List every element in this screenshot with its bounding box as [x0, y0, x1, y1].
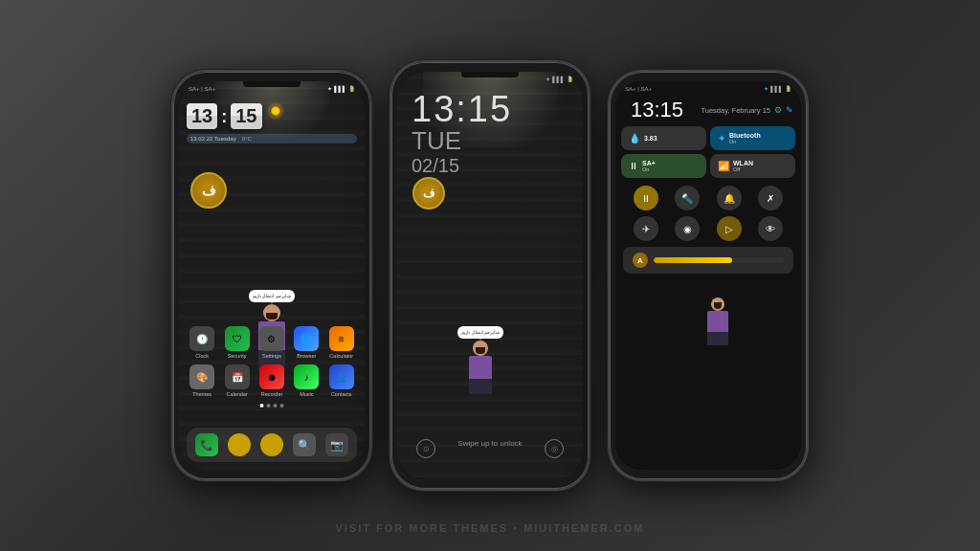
- app-calendar[interactable]: 📅 Calendar: [225, 364, 250, 397]
- cc-tile-wlan[interactable]: 📶 WLAN Off: [710, 154, 795, 178]
- cc-quick-music[interactable]: ⏸: [634, 186, 658, 210]
- lock-status-icons: ✦ ▌▌▌ 🔋: [546, 76, 573, 82]
- cc-quick-bell[interactable]: 🔔: [717, 186, 742, 210]
- dock-search[interactable]: 🔍: [293, 433, 316, 456]
- app-clock-label: Clock: [195, 353, 209, 359]
- settings-small-icon[interactable]: ⚙: [774, 105, 782, 115]
- app-browser-icon[interactable]: 🌐: [294, 326, 319, 351]
- bluetooth-icon: ✦: [327, 85, 332, 92]
- dot-1: [260, 404, 264, 408]
- battery-icon: 🔋: [348, 85, 355, 92]
- app-contacts[interactable]: 👤 Contacts: [329, 364, 354, 397]
- cc-mode-brightness[interactable]: ◉: [675, 216, 700, 241]
- home-bg: SA+ | SA+ ✦ ▌▌▌ 🔋 13 : 15: [179, 81, 365, 470]
- lock-day: TUE: [412, 127, 512, 155]
- app-recorder-icon[interactable]: ⏺: [259, 364, 284, 389]
- swipe-text: Swipe up to unlock: [457, 439, 522, 448]
- lock-monthday: 02/15: [412, 155, 512, 176]
- cc-quick-flash[interactable]: 🔦: [675, 186, 700, 210]
- lock-home-btn[interactable]: ⊙: [416, 439, 435, 458]
- eye-icon: 👁: [766, 224, 775, 234]
- app-contacts-icon[interactable]: 👤: [329, 364, 354, 389]
- location-icon: ▷: [725, 224, 733, 234]
- cc-quick-row: ⏸ 🔦 🔔 ✗: [615, 182, 801, 214]
- logo-home: ف: [190, 172, 227, 209]
- app-music[interactable]: ♪ Music: [294, 364, 319, 397]
- app-clock[interactable]: 🕐 Clock: [189, 326, 214, 359]
- app-music-icon[interactable]: ♪: [294, 364, 319, 389]
- app-clock-icon[interactable]: 🕐: [189, 326, 214, 351]
- bell-icon: 🔔: [724, 193, 735, 204]
- ctrl-bt-icon: ✦: [764, 85, 768, 92]
- cc-mode-airplane[interactable]: ✈: [634, 216, 658, 241]
- cc-mode-eye[interactable]: 👁: [758, 216, 783, 241]
- clock-sep: :: [221, 103, 227, 130]
- char-pants-control: [707, 332, 728, 345]
- app-themes-icon[interactable]: 🎨: [189, 364, 214, 389]
- speech-bubble-home: شاپرچم انتظار داریم: [249, 290, 295, 302]
- lock-signal: ▌▌▌: [552, 77, 565, 82]
- brightness-fill: [654, 257, 732, 263]
- dock-phone[interactable]: 📞: [195, 433, 218, 456]
- control-bg: SA+ | SA+ ✦ ▌▌▌ 🔋 13:15 Tuesday, Februar…: [615, 81, 801, 470]
- lock-time-big: 13:15: [412, 91, 512, 127]
- dock-home: 📞 🔍 📷: [187, 428, 357, 462]
- signal-icon: ▌▌▌: [334, 86, 346, 92]
- dock-btn2[interactable]: [260, 433, 283, 456]
- cc-wlan-name: WLAN: [733, 160, 753, 166]
- edit-icon[interactable]: ✎: [786, 105, 793, 115]
- app-security[interactable]: 🛡 Security: [225, 326, 250, 359]
- logo-text: ف: [202, 183, 216, 199]
- cc-bt-name: Bluetooth: [729, 132, 761, 139]
- bluetooth-tile-icon: ✦: [718, 133, 725, 143]
- app-settings-label: Settings: [262, 353, 281, 359]
- char-beard-lock: [476, 347, 485, 354]
- lock-time-display: 13:15 TUE 02/15: [412, 91, 512, 176]
- cc-tile-bluetooth[interactable]: ✦ Bluetooth On: [710, 126, 795, 150]
- speech-bubble-lock: شاپرچم انتظار داریم: [457, 326, 503, 339]
- wlan-icon: 📶: [718, 161, 729, 171]
- music-ctrl-icon: ⏸: [641, 193, 651, 204]
- app-calc-icon[interactable]: ≡: [329, 326, 354, 351]
- cc-tile-saplus[interactable]: ⏸ SA+ On: [621, 154, 706, 178]
- app-grid-home: 🕐 Clock 🛡 Security ⚙ Settings 🌐: [179, 326, 365, 403]
- app-themes[interactable]: 🎨 Themes: [189, 364, 214, 397]
- char-body-lock: [464, 341, 497, 393]
- cc-quick-x[interactable]: ✗: [758, 186, 783, 210]
- app-browser[interactable]: 🌐 Browser: [294, 326, 319, 359]
- dock-btn1[interactable]: [228, 433, 251, 456]
- brightness-bar[interactable]: [654, 257, 784, 263]
- cc-tile-grid: 💧 3.83 ✦ Bluetooth On: [615, 122, 801, 182]
- app-settings-icon[interactable]: ⚙: [259, 326, 284, 351]
- app-music-label: Music: [300, 391, 313, 397]
- date-text: 13.02.22 Tuesday: [190, 136, 236, 142]
- lock-swipe-area[interactable]: Swipe up to unlock: [457, 439, 522, 458]
- speech-text-home: شاپرچم انتظار داریم: [253, 293, 291, 298]
- app-calculator[interactable]: ≡ Calculator: [329, 326, 354, 359]
- cc-tile-water[interactable]: 💧 3.83: [621, 126, 706, 150]
- temp-text: 0°C: [242, 136, 252, 142]
- app-row-1: 🕐 Clock 🛡 Security ⚙ Settings 🌐: [185, 326, 359, 359]
- cc-mode-location[interactable]: ▷: [717, 216, 742, 241]
- app-calc-label: Calculator: [329, 353, 353, 359]
- char-body-control: [703, 298, 732, 345]
- phone-home-screen: SA+ | SA+ ✦ ▌▌▌ 🔋 13 : 15: [179, 81, 365, 470]
- app-settings[interactable]: ⚙ Settings: [259, 326, 284, 359]
- char-beard: [266, 313, 278, 320]
- app-calendar-icon[interactable]: 📅: [225, 364, 250, 389]
- char-pants-lock: [469, 379, 492, 394]
- speech-text-lock: شاپرچم انتظار داریم: [461, 329, 500, 335]
- brightness-a-btn[interactable]: A: [633, 253, 648, 268]
- app-recorder[interactable]: ⏺ Recorder: [259, 364, 284, 397]
- char-head-control: [711, 298, 724, 311]
- cc-time-block: 13:15: [623, 98, 691, 122]
- lock-bg: ✦ ▌▌▌ 🔋 13:15 TUE 02/15 ف: [397, 72, 583, 479]
- cc-saplus-name: SA+: [642, 160, 656, 166]
- app-security-icon[interactable]: 🛡: [225, 326, 250, 351]
- water-icon: 💧: [629, 133, 640, 143]
- watermark: VISIT FOR MORE THEMES • MIUITHEMER.COM: [335, 522, 644, 534]
- dock-camera[interactable]: 📷: [325, 433, 348, 456]
- phone-home: SA+ | SA+ ✦ ▌▌▌ 🔋 13 : 15: [171, 70, 372, 481]
- logo-lock: ف: [412, 177, 445, 209]
- lock-camera-btn[interactable]: ◎: [545, 439, 564, 458]
